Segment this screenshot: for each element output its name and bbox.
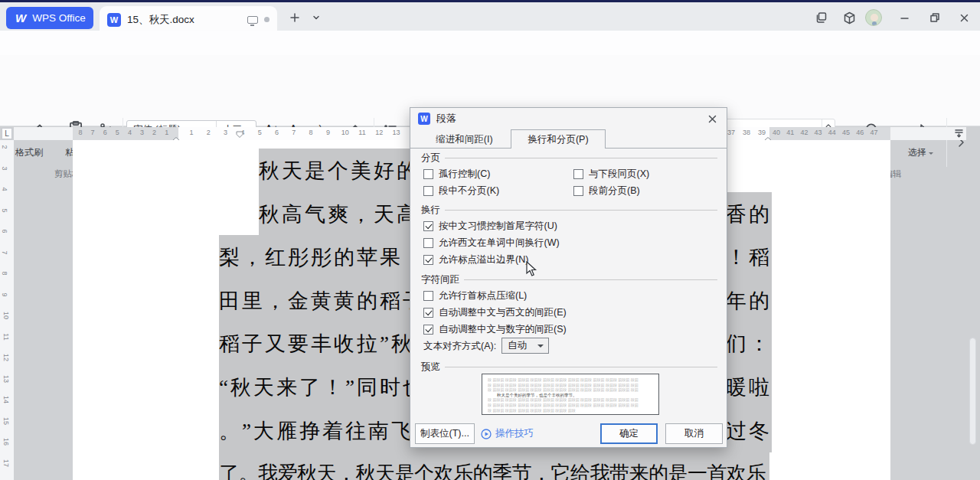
tab-stops-button[interactable]: 制表位(T)... <box>415 423 475 444</box>
ruler-number: 38 <box>743 129 750 136</box>
new-tab-button[interactable] <box>285 8 305 27</box>
preview-filler-line: 段 前段前 段前段 前段前 段前段 前段前 段前段 前段前 段前段 前段前 段前… <box>488 383 653 388</box>
ruler-number: 5 <box>258 129 262 136</box>
ruler-number: 44 <box>828 129 836 136</box>
ruler-number: 13 <box>393 129 400 136</box>
dialog-close-button[interactable] <box>704 111 720 126</box>
document-tab[interactable]: W 15、秋天.docx <box>100 6 277 33</box>
doc-text-line: 了。我爱秋天，秋天是个欢乐的季节，它给我带来的是一首欢乐 <box>219 460 766 480</box>
checkbox-row[interactable]: 与下段同页(X) <box>573 168 649 181</box>
doc-text-fragment: 过冬 <box>726 417 772 445</box>
doc-text-fragment: ！稻 <box>726 243 772 271</box>
checkbox-row[interactable]: 自动调整中文与数字的间距(S) <box>423 323 567 336</box>
ruler-number: 6 <box>103 129 107 136</box>
vertical-scrollbar-thumb[interactable] <box>969 338 976 445</box>
tab-selector[interactable]: L <box>2 128 12 139</box>
dialog-section-header: 分页 <box>421 152 717 165</box>
checkbox-checked[interactable] <box>423 325 433 335</box>
dialog-tab-line-breaks[interactable]: 换行和分页(P) <box>511 129 606 149</box>
wps-logo-icon: W <box>15 11 26 24</box>
preview-section-header: 预览 <box>421 361 717 374</box>
dialog-section-title: 分页 <box>421 152 440 165</box>
doc-file-icon: W <box>107 13 121 27</box>
checkbox-label: 自动调整中文与数字的间距(S) <box>439 323 567 336</box>
ruler-number: 1 <box>189 129 193 136</box>
layout-mode-icon[interactable] <box>812 8 831 27</box>
checkbox-row[interactable]: 允许标点溢出边界(N) <box>423 253 528 266</box>
paragraph-dialog: W 段落 缩进和间距(I) 换行和分页(P) 分页孤行控制(C)与下段同页(X)… <box>410 107 727 448</box>
checkbox-label: 按中文习惯控制首尾字符(U) <box>439 220 557 233</box>
checkbox[interactable] <box>423 291 433 301</box>
checkbox-label: 允许西文在单词中间换行(W) <box>439 237 560 250</box>
tips-link[interactable]: 操作技巧 <box>481 427 534 440</box>
text-align-select[interactable]: 自动 <box>501 338 549 354</box>
checkbox-row[interactable]: 允许西文在单词中间换行(W) <box>423 237 560 250</box>
ruler-number: 9 <box>326 129 330 136</box>
ruler-toggle-icon[interactable] <box>954 127 964 141</box>
preview-title: 预览 <box>421 361 440 374</box>
preview-filler-line: 段 前段前 段前段 前段前 段前段 前段前 段前段 前段前 段前段 前段前 段前… <box>488 387 653 393</box>
text-align-row: 文本对齐方式(A): <box>423 340 496 353</box>
checkbox-row[interactable]: 自动调整中文与西文的间距(E) <box>423 306 567 319</box>
title-bar: W WPS Office W 15、秋天.docx <box>0 0 980 31</box>
checkbox[interactable] <box>423 169 433 179</box>
wps-window: W WPS Office W 15、秋天.docx 文件 <box>0 0 980 480</box>
doc-text-fragment: 暖啦 <box>726 374 772 401</box>
checkbox-checked[interactable] <box>423 308 433 318</box>
ruler-number: 6 <box>275 129 279 136</box>
doc-text-line: 。”大雁挣着往南飞， <box>219 417 437 445</box>
checkbox[interactable] <box>423 238 433 248</box>
dialog-app-icon: W <box>418 113 430 125</box>
checkbox-label: 允许标点溢出边界(N) <box>439 253 528 266</box>
checkbox-row[interactable]: 按中文习惯控制首尾字符(U) <box>423 220 557 233</box>
checkbox-label: 段前分页(B) <box>589 184 640 198</box>
ruler-number: 41 <box>786 129 794 136</box>
dialog-section-header: 字符间距 <box>421 273 717 286</box>
ruler-left-margin <box>73 127 178 140</box>
preview-current-text: 秋天是个美好的季节，也是个丰收的季节。 <box>488 393 653 398</box>
ruler-number: 8 <box>309 129 313 136</box>
restore-button[interactable] <box>925 8 945 27</box>
preview-filler-line: 段 前段前 段前段 前段前 段前段 前段前 段前段 前段 <box>488 408 653 413</box>
first-line-indent-marker[interactable] <box>236 127 243 141</box>
checkbox-row[interactable]: 允许行首标点压缩(L) <box>423 289 527 302</box>
doc-text-fragment: 香的 <box>726 201 772 228</box>
checkbox-checked[interactable] <box>423 221 433 231</box>
doc-text-line: “秋天来了！”同时也 <box>219 374 426 401</box>
checkbox-row[interactable]: 孤行控制(C) <box>423 168 490 181</box>
checkbox[interactable] <box>573 169 583 179</box>
ruler-number: 2 <box>152 129 156 136</box>
ruler-number: 4 <box>128 129 132 136</box>
play-circle-icon <box>481 429 492 439</box>
dialog-tab-indents[interactable]: 缩进和间距(I) <box>421 132 508 148</box>
ruler-number: 3 <box>140 129 144 136</box>
minimize-button[interactable] <box>894 8 914 27</box>
checkbox-label: 与下段同页(X) <box>589 168 649 181</box>
doc-text-fragment: 年的 <box>726 287 772 315</box>
ruler-number: 3 <box>224 129 227 136</box>
preview-filler-line: 段 前段前 段前段 前段前 段前段 前段前 段前段 前段前 段前段 前段前 段前… <box>488 403 653 408</box>
tab-list-chevron-icon[interactable] <box>306 8 326 27</box>
checkbox[interactable] <box>573 186 583 196</box>
ruler-number: 45 <box>842 129 850 136</box>
ruler-number: 37 <box>727 129 735 136</box>
apps-cube-icon[interactable] <box>839 8 859 27</box>
ok-button[interactable]: 确定 <box>600 423 658 444</box>
checkbox[interactable] <box>423 186 433 196</box>
dialog-section-header: 换行 <box>421 204 717 217</box>
text-align-label: 文本对齐方式(A): <box>423 340 496 353</box>
cancel-button[interactable]: 取消 <box>665 423 723 444</box>
monitor-icon <box>247 16 258 24</box>
checkbox-label: 允许行首标点压缩(L) <box>439 289 527 302</box>
preview-filler-line: 段 前段前 段前段 前段前 段前段 前段前 段前段 前段前 段前段 前段前 段前… <box>488 397 653 403</box>
checkbox-label: 自动调整中文与西文的间距(E) <box>439 306 567 319</box>
wps-office-button[interactable]: W WPS Office <box>6 7 93 29</box>
dialog-title: 段落 <box>436 112 456 126</box>
dialog-title-bar[interactable]: W 段落 <box>410 108 727 129</box>
checkbox-label: 段中不分页(K) <box>439 184 499 198</box>
checkbox-checked[interactable] <box>423 255 433 265</box>
user-avatar[interactable] <box>865 9 882 26</box>
close-button[interactable] <box>954 8 974 27</box>
checkbox-row[interactable]: 段中不分页(K) <box>423 184 499 198</box>
checkbox-row[interactable]: 段前分页(B) <box>573 184 640 198</box>
